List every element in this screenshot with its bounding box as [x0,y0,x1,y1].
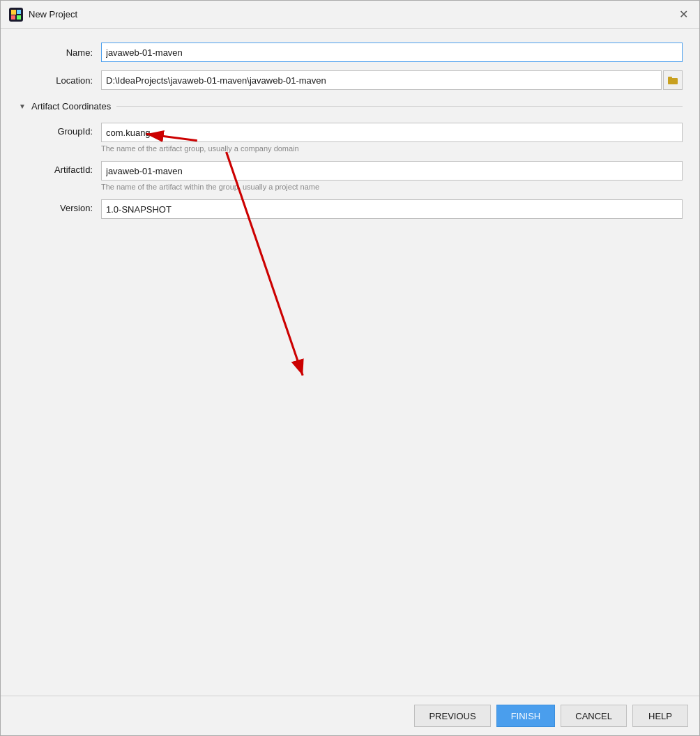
name-input[interactable] [101,43,683,62]
artifact-section: GroupId: The name of the artifact group,… [31,123,683,219]
artifactid-field-wrap: The name of the artifact within the grou… [101,161,683,197]
section-title: Artifact Coordinates [31,101,111,112]
title-bar-left: New Project [9,8,77,22]
artifactid-label: ArtifactId: [31,161,101,175]
dialog-title: New Project [29,9,77,20]
svg-rect-4 [17,15,21,20]
app-icon [9,8,23,22]
artifactid-row: ArtifactId: The name of the artifact wit… [31,161,683,197]
groupid-label: GroupId: [31,123,101,137]
section-divider [116,106,683,107]
location-input[interactable] [101,70,662,90]
svg-rect-3 [11,15,15,20]
browse-button[interactable] [663,70,683,90]
name-row: Name: [17,43,683,62]
groupid-hint: The name of the artifact group, usually … [101,142,683,158]
help-button[interactable]: HELP [632,705,688,727]
version-input[interactable] [101,199,683,219]
svg-rect-2 [17,10,21,14]
section-toggle-icon[interactable]: ▼ [17,102,27,112]
previous-button[interactable]: PREVIOUS [414,705,490,727]
folder-icon [668,76,678,84]
artifact-coordinates-header: ▼ Artifact Coordinates [17,101,683,112]
groupid-input[interactable] [101,123,683,142]
cancel-button[interactable]: CANCEL [561,705,627,727]
svg-rect-1 [11,10,16,15]
dialog-footer: PREVIOUS FINISH CANCEL HELP [1,696,699,735]
location-label: Location: [17,75,101,86]
close-button[interactable]: ✕ [676,8,691,22]
finish-button[interactable]: FINISH [496,705,556,727]
svg-rect-6 [668,77,672,79]
location-row: Location: [17,70,683,90]
groupid-row: GroupId: The name of the artifact group,… [31,123,683,158]
version-label: Version: [31,199,101,213]
new-project-dialog: New Project ✕ Name: Location: ▼ Artifact… [0,0,700,736]
name-label: Name: [17,47,101,58]
dialog-body: Name: Location: ▼ Artifact Coordinates [1,29,699,696]
annotation-arrows [1,29,699,462]
artifactid-input[interactable] [101,161,683,181]
title-bar: New Project ✕ [1,1,699,29]
version-row: Version: [31,199,683,219]
artifactid-hint: The name of the artifact within the grou… [101,181,683,197]
groupid-field-wrap: The name of the artifact group, usually … [101,123,683,158]
version-field-wrap [101,199,683,219]
